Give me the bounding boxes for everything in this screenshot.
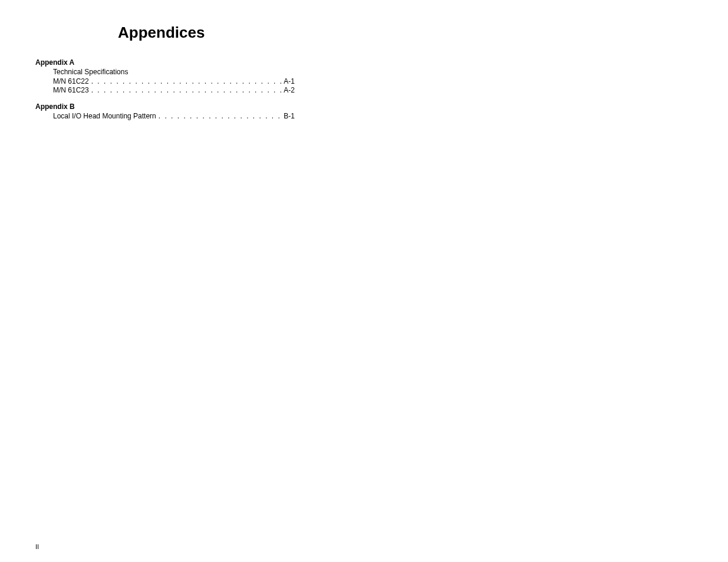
page-content: Appendices Appendix A Technical Specific…: [0, 0, 330, 140]
toc-label: Local I/O Head Mounting Pattern: [53, 112, 156, 120]
appendix-b-section: Appendix B Local I/O Head Mounting Patte…: [35, 103, 295, 120]
appendix-a-section: Appendix A Technical Specifications M/N …: [35, 58, 295, 94]
toc-dots: [91, 86, 282, 94]
appendix-a-subheading: Technical Specifications: [53, 68, 295, 76]
page-number: II: [35, 543, 39, 550]
toc-line: M/N 61C22 A-1: [53, 77, 295, 85]
toc-label: M/N 61C23: [53, 86, 89, 94]
appendix-a-heading: Appendix A: [35, 58, 295, 67]
toc-page: A-1: [284, 77, 295, 85]
page-title: Appendices: [118, 24, 295, 42]
toc-line: M/N 61C23 A-2: [53, 86, 295, 94]
toc-page: A-2: [284, 86, 295, 94]
appendix-b-heading: Appendix B: [35, 103, 295, 111]
toc-label: M/N 61C22: [53, 77, 89, 85]
toc-dots: [159, 112, 282, 120]
toc-page: B-1: [284, 112, 295, 120]
toc-line: Local I/O Head Mounting Pattern B-1: [53, 112, 295, 120]
toc-dots: [91, 77, 282, 85]
